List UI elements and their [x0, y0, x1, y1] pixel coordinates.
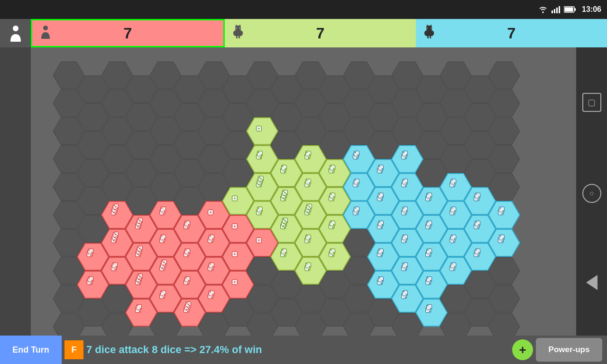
- svg-point-403: [306, 263, 308, 264]
- svg-point-118: [141, 221, 142, 223]
- svg-point-523: [406, 182, 407, 184]
- svg-point-210: [188, 252, 190, 254]
- svg-point-116: [138, 218, 139, 220]
- svg-point-453: [357, 185, 358, 187]
- game-area[interactable]: // We'll draw the hex grid using JS insi…: [31, 47, 576, 336]
- svg-point-259: [212, 294, 214, 295]
- svg-point-267: [234, 198, 236, 199]
- side-panel-right[interactable]: ▢ ○: [576, 47, 607, 336]
- svg-point-389: [309, 206, 310, 208]
- svg-point-143: [139, 276, 141, 277]
- power-ups-button[interactable]: Power-ups: [536, 338, 602, 362]
- svg-point-131: [141, 249, 142, 251]
- svg-point-481: [381, 199, 382, 200]
- svg-point-483: [379, 193, 380, 195]
- end-turn-button[interactable]: End Turn: [0, 336, 62, 364]
- player1-icon: [40, 25, 51, 42]
- svg-point-504: [379, 277, 380, 279]
- svg-point-148: [139, 311, 140, 312]
- svg-point-477: [382, 168, 383, 170]
- square-button[interactable]: ▢: [582, 93, 601, 112]
- svg-point-650: [478, 252, 480, 254]
- svg-point-388: [307, 205, 309, 206]
- flash-button[interactable]: F: [64, 340, 83, 359]
- svg-point-49: [91, 255, 92, 256]
- message-area: 7 dice attack 8 dice => 27.4% of win: [86, 344, 509, 356]
- signal-icon: [552, 6, 560, 13]
- svg-point-337: [285, 192, 286, 193]
- svg-point-498: [382, 252, 383, 254]
- svg-point-309: [261, 210, 262, 212]
- player2-score: 7: [316, 25, 325, 42]
- svg-point-376: [306, 180, 308, 181]
- svg-point-203: [188, 224, 190, 226]
- svg-point-591: [430, 308, 432, 309]
- svg-rect-14: [233, 31, 235, 35]
- svg-point-569: [427, 221, 429, 223]
- svg-point-497: [379, 249, 380, 251]
- svg-point-163: [164, 210, 166, 212]
- svg-point-0: [543, 12, 544, 13]
- svg-point-59: [92, 280, 93, 282]
- svg-point-162: [161, 208, 163, 209]
- svg-point-463: [358, 210, 359, 212]
- svg-point-609: [454, 210, 456, 212]
- svg-point-343: [284, 227, 285, 228]
- svg-point-599: [453, 185, 455, 187]
- svg-point-207: [187, 255, 189, 256]
- svg-point-123: [139, 255, 140, 256]
- svg-point-397: [309, 238, 311, 240]
- svg-point-11: [236, 27, 237, 29]
- status-icons: 13:06: [538, 5, 601, 14]
- svg-point-430: [333, 224, 335, 226]
- player1-score-cell: 7: [31, 19, 225, 47]
- player3-score: 7: [507, 25, 516, 42]
- svg-point-670: [500, 236, 501, 237]
- svg-point-182: [164, 262, 165, 263]
- svg-rect-24: [424, 31, 426, 35]
- svg-point-474: [381, 171, 382, 173]
- svg-point-530: [406, 210, 407, 212]
- svg-point-374: [308, 185, 310, 187]
- svg-point-548: [405, 297, 406, 298]
- back-button[interactable]: [586, 275, 598, 290]
- svg-point-436: [331, 249, 332, 251]
- svg-point-570: [430, 224, 432, 226]
- svg-point-87: [116, 238, 117, 240]
- svg-point-663: [500, 208, 501, 209]
- svg-point-416: [333, 168, 335, 170]
- svg-point-56: [91, 283, 92, 284]
- svg-point-541: [405, 269, 406, 270]
- svg-point-170: [164, 238, 166, 240]
- svg-point-668: [502, 241, 503, 243]
- svg-point-245: [212, 238, 214, 240]
- svg-point-242: [212, 241, 213, 243]
- svg-point-52: [92, 252, 93, 254]
- svg-point-377: [309, 182, 311, 184]
- svg-rect-3: [556, 8, 558, 13]
- svg-point-136: [139, 283, 140, 284]
- svg-point-522: [403, 180, 405, 181]
- svg-point-505: [382, 280, 383, 282]
- svg-point-12: [239, 27, 241, 29]
- svg-rect-15: [241, 31, 243, 35]
- plus-button[interactable]: +: [512, 339, 533, 360]
- svg-point-420: [332, 199, 334, 200]
- svg-point-142: [138, 274, 139, 276]
- hex-grid[interactable]: // We'll draw the hex grid using JS insi…: [31, 47, 576, 336]
- svg-rect-2: [554, 9, 555, 13]
- circle-button[interactable]: ○: [582, 184, 601, 203]
- svg-point-460: [357, 213, 358, 215]
- svg-point-429: [331, 221, 332, 223]
- svg-point-334: [285, 196, 286, 198]
- svg-point-583: [427, 277, 429, 279]
- svg-point-249: [212, 269, 213, 270]
- svg-point-401: [308, 269, 310, 270]
- svg-point-613: [453, 241, 455, 243]
- svg-point-562: [427, 193, 429, 195]
- svg-point-382: [308, 213, 310, 215]
- svg-point-462: [355, 208, 356, 209]
- status-bar: 13:06: [0, 0, 607, 19]
- svg-point-394: [308, 241, 310, 243]
- svg-point-150: [137, 305, 138, 307]
